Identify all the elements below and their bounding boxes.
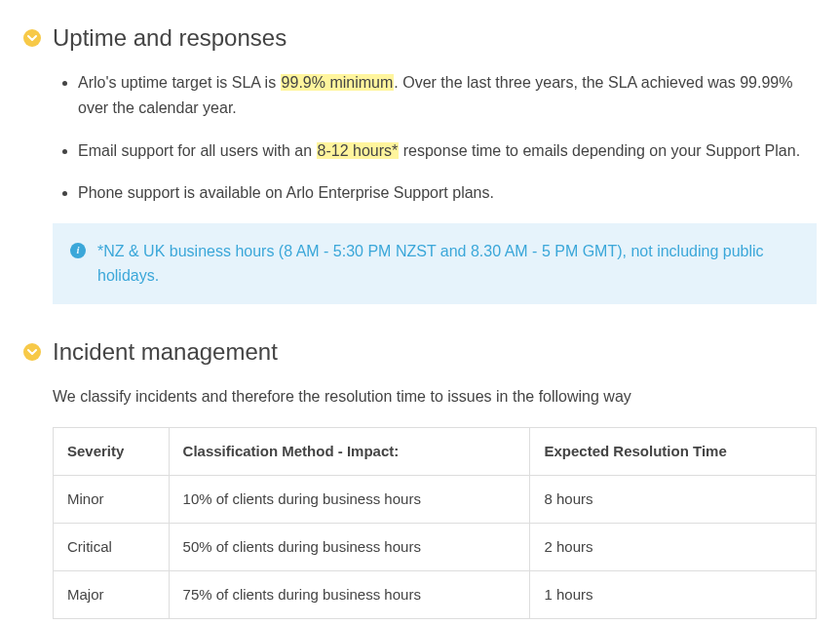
- list-item-text: Phone support is available on Arlo Enter…: [78, 184, 494, 201]
- cell-classification: 75% of clients during business hours: [169, 570, 530, 618]
- cell-classification: 50% of clients during business hours: [169, 523, 530, 570]
- list-item-text: response time to emails depending on you…: [399, 142, 800, 159]
- cell-resolution: 2 hours: [530, 523, 817, 570]
- cell-classification: 10% of clients during business hours: [169, 475, 530, 523]
- section-uptime: Uptime and responses Arlo's uptime targe…: [23, 20, 817, 304]
- highlight: 99.9% minimum: [281, 74, 395, 91]
- section-header-incident[interactable]: Incident management: [23, 333, 817, 371]
- section-incident: Incident management We classify incident…: [23, 333, 817, 619]
- chevron-down-icon: [23, 343, 41, 361]
- table-header-resolution: Expected Resolution Time: [530, 427, 817, 475]
- cell-resolution: 8 hours: [530, 475, 817, 523]
- list-item: Email support for all users with an 8-12…: [78, 138, 817, 164]
- table-row: Critical 50% of clients during business …: [54, 523, 817, 570]
- note-box: i *NZ & UK business hours (8 AM - 5:30 P…: [53, 223, 817, 304]
- section-title-uptime: Uptime and responses: [53, 20, 286, 57]
- uptime-bullet-list: Arlo's uptime target is SLA is 99.9% min…: [23, 70, 817, 205]
- table-row: Minor 10% of clients during business hou…: [54, 475, 817, 523]
- incident-table: Severity Classification Method - Impact:…: [53, 427, 817, 619]
- section-title-incident: Incident management: [53, 333, 278, 371]
- table-header-severity: Severity: [54, 427, 170, 475]
- note-text: *NZ & UK business hours (8 AM - 5:30 PM …: [97, 239, 799, 289]
- highlight: 8-12 hours*: [317, 142, 400, 159]
- list-item-text: Arlo's uptime target is SLA is: [78, 74, 281, 91]
- section-header-uptime[interactable]: Uptime and responses: [23, 20, 817, 57]
- cell-severity: Minor: [54, 475, 170, 523]
- incident-intro: We classify incidents and therefore the …: [53, 384, 817, 410]
- chevron-down-icon: [23, 29, 41, 47]
- list-item: Phone support is available on Arlo Enter…: [78, 180, 817, 206]
- info-icon: i: [70, 243, 86, 258]
- list-item: Arlo's uptime target is SLA is 99.9% min…: [78, 70, 817, 120]
- cell-resolution: 1 hours: [530, 570, 817, 618]
- table-row: Major 75% of clients during business hou…: [54, 570, 817, 618]
- table-header-row: Severity Classification Method - Impact:…: [54, 427, 817, 475]
- cell-severity: Critical: [54, 523, 170, 570]
- list-item-text: Email support for all users with an: [78, 142, 317, 159]
- table-header-classification: Classification Method - Impact:: [169, 427, 530, 475]
- cell-severity: Major: [54, 570, 170, 618]
